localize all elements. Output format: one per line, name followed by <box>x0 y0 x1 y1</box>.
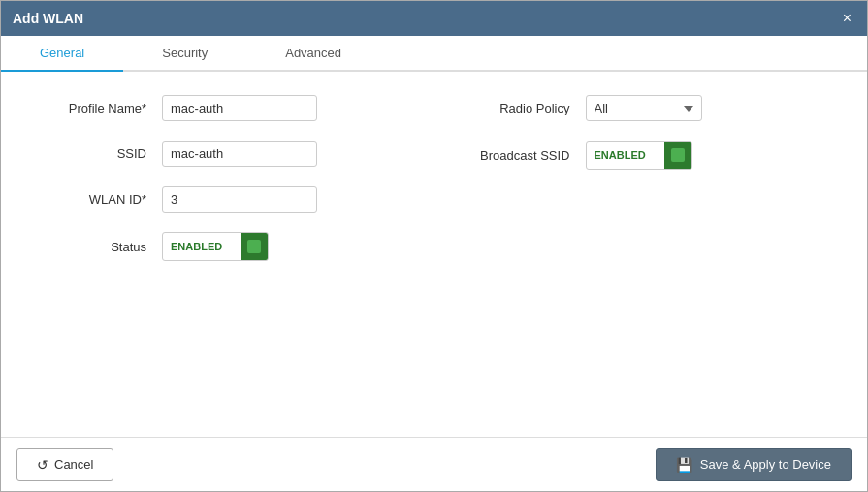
wlan-id-input[interactable] <box>162 186 317 213</box>
status-toggle-label: ENABLED <box>163 237 241 256</box>
modal-footer: ↺ Cancel 💾 Save & Apply to Device <box>1 437 867 491</box>
add-wlan-modal: Add WLAN × General Security Advanced Pro… <box>0 0 868 492</box>
modal-title: Add WLAN <box>13 11 83 26</box>
profile-name-input[interactable] <box>162 95 317 121</box>
save-label: Save & Apply to Device <box>700 457 831 472</box>
form-grid: Profile Name* SSID WLAN ID* Status <box>40 95 828 261</box>
radio-policy-select[interactable]: All 2.4 GHz 5 GHz <box>586 95 702 121</box>
status-toggle-button[interactable] <box>241 233 268 260</box>
form-left-col: Profile Name* SSID WLAN ID* Status <box>40 95 405 261</box>
save-apply-button[interactable]: 💾 Save & Apply to Device <box>656 448 852 481</box>
profile-name-label: Profile Name* <box>40 101 146 115</box>
tab-advanced[interactable]: Advanced <box>246 36 380 72</box>
broadcast-ssid-toggle-button[interactable] <box>664 142 691 169</box>
broadcast-ssid-toggle[interactable]: ENABLED <box>586 141 692 170</box>
radio-policy-label: Radio Policy <box>464 101 570 115</box>
broadcast-ssid-label: Broadcast SSID <box>464 148 570 163</box>
undo-icon: ↺ <box>37 457 48 473</box>
status-toggle[interactable]: ENABLED <box>162 232 269 261</box>
modal-body: Profile Name* SSID WLAN ID* Status <box>1 72 867 437</box>
cancel-button[interactable]: ↺ Cancel <box>16 448 113 481</box>
status-row: Status ENABLED <box>40 232 405 261</box>
ssid-row: SSID <box>40 141 405 167</box>
cancel-label: Cancel <box>54 457 93 472</box>
tab-security[interactable]: Security <box>123 36 246 72</box>
ssid-input[interactable] <box>162 141 317 167</box>
broadcast-ssid-toggle-label: ENABLED <box>587 146 664 165</box>
modal-header: Add WLAN × <box>1 1 867 36</box>
broadcast-ssid-row: Broadcast SSID ENABLED <box>464 141 829 170</box>
tab-general[interactable]: General <box>1 36 123 72</box>
form-right-col: Radio Policy All 2.4 GHz 5 GHz Broadcast… <box>464 95 829 261</box>
save-icon: 💾 <box>676 457 692 473</box>
close-button[interactable]: × <box>839 11 855 26</box>
ssid-label: SSID <box>40 147 146 161</box>
profile-name-row: Profile Name* <box>40 95 405 121</box>
tab-bar: General Security Advanced <box>1 36 867 72</box>
wlan-id-row: WLAN ID* <box>40 186 405 213</box>
status-label: Status <box>40 240 146 254</box>
radio-policy-row: Radio Policy All 2.4 GHz 5 GHz <box>464 95 829 121</box>
wlan-id-label: WLAN ID* <box>40 192 146 207</box>
